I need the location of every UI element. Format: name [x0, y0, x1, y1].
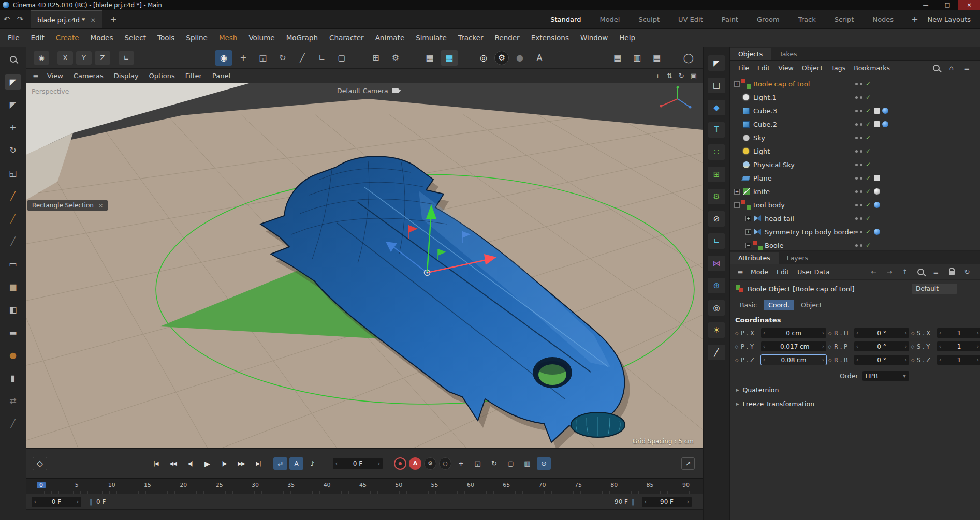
modeling-settings-icon[interactable]: ⚙	[387, 50, 404, 66]
menu-item[interactable]: Help	[613, 34, 641, 42]
tree-row[interactable]: Cube.2 ✓	[730, 117, 980, 131]
viewport-burger-icon[interactable]: ≡	[30, 72, 42, 80]
menu-item[interactable]: Bookmarks	[850, 64, 894, 72]
ruler-tick[interactable]: 25	[216, 482, 223, 488]
ruler-tick[interactable]: 0	[37, 482, 46, 488]
light-icon[interactable]: ☀	[708, 322, 725, 338]
scale-tool-icon[interactable]: ◱	[254, 50, 272, 66]
increment-arrow-icon[interactable]: ›	[903, 330, 909, 336]
tag-chip[interactable]	[874, 229, 880, 235]
menu-item[interactable]: Modes	[85, 34, 119, 42]
play-button[interactable]: ▶	[199, 457, 215, 470]
editor-visibility-dot[interactable]	[855, 177, 858, 180]
field-value[interactable]: 0 °	[860, 356, 903, 364]
orbit-view-icon[interactable]: ↻	[679, 72, 684, 80]
decrement-arrow-icon[interactable]: ‹	[854, 330, 860, 336]
number-input[interactable]: ‹ 0 ° ›	[854, 328, 909, 338]
object-name[interactable]: Boole	[765, 242, 783, 249]
render-visibility-dot[interactable]	[860, 204, 862, 206]
viewport-canvas[interactable]: Perspective Default Camera Rectangle Sel…	[26, 83, 703, 448]
ruler-tick[interactable]: 20	[180, 482, 187, 488]
layout-tab[interactable]: Paint	[722, 16, 738, 23]
enabled-check-icon[interactable]: ✓	[865, 134, 872, 141]
object-name[interactable]: Cube.3	[753, 107, 777, 115]
record-button[interactable]: ●	[394, 457, 406, 470]
increment-arrow-icon[interactable]: ›	[684, 498, 692, 506]
view-mode-label[interactable]: Perspective	[32, 87, 69, 95]
editor-visibility-dot[interactable]	[855, 204, 858, 206]
start-frame-value[interactable]: 0 F	[39, 498, 74, 506]
pen-dim-icon[interactable]: ╱	[5, 233, 21, 249]
attribute-burger-icon[interactable]: ≡	[734, 268, 747, 276]
object-mode-icon[interactable]: ◆	[708, 100, 725, 115]
close-button[interactable]: ×	[958, 0, 980, 10]
ruler-tick[interactable]: 35	[287, 482, 295, 488]
pencil-icon[interactable]: ╱	[5, 415, 21, 431]
number-input[interactable]: ‹ 0 ° ›	[854, 355, 909, 365]
ruler-tick[interactable]: 80	[610, 482, 618, 488]
current-frame-value[interactable]: 0 F	[340, 460, 375, 467]
tag-chip[interactable]	[874, 108, 880, 114]
number-input[interactable]: ‹ -0.017 cm ›	[761, 341, 826, 351]
field-value[interactable]: 0 cm	[767, 330, 820, 337]
burger-icon[interactable]: ≡	[962, 64, 972, 73]
ruler-tick[interactable]: 70	[539, 482, 546, 488]
pencil-icon[interactable]: ╱	[708, 345, 725, 360]
editor-visibility-dot[interactable]	[855, 137, 858, 139]
x-axis-lock-button[interactable]: X	[57, 51, 73, 65]
ruler-tick[interactable]: 40	[324, 482, 331, 488]
tree-row[interactable]: − Boole ✓	[730, 239, 980, 251]
menu-item[interactable]: File	[2, 34, 25, 42]
keying-settings-button[interactable]: ⚙	[424, 457, 436, 470]
increment-arrow-icon[interactable]: ›	[74, 498, 81, 506]
decrement-arrow-icon[interactable]: ‹	[854, 343, 860, 350]
render-visibility-dot[interactable]	[860, 217, 862, 220]
ruler-tick[interactable]: 45	[359, 482, 367, 488]
column-icon[interactable]: ▮	[5, 370, 21, 385]
menu-item[interactable]: Mode	[747, 268, 772, 276]
tag-chip[interactable]	[882, 108, 888, 114]
tree-row[interactable]: Light.1 ✓	[730, 91, 980, 104]
viewport-menu-item[interactable]: Filter	[180, 72, 207, 80]
object-name[interactable]: Sky	[753, 134, 765, 142]
menu-item[interactable]: Tracker	[452, 34, 489, 42]
enabled-check-icon[interactable]: ✓	[865, 161, 872, 168]
viewport-menu-item[interactable]: Panel	[207, 72, 236, 80]
coordinate-system-icon[interactable]: ∟	[119, 51, 134, 65]
enabled-check-icon[interactable]: ✓	[865, 121, 872, 128]
quantize-off-icon[interactable]: ▦	[421, 50, 438, 66]
timeline-end-field[interactable]: ‹ 90 F ›	[642, 497, 692, 507]
next-key-button[interactable]: ▶▶	[233, 457, 249, 470]
menu-item[interactable]: Edit	[25, 34, 50, 42]
object-name[interactable]: Cube.2	[753, 121, 777, 128]
editor-visibility-dot[interactable]	[855, 190, 858, 193]
keyframe-diamond-icon[interactable]: ◇	[734, 331, 739, 336]
record-pla-button[interactable]: ▥	[520, 457, 534, 470]
enable-axis-icon[interactable]: ⊘	[708, 211, 725, 227]
editor-visibility-dot[interactable]	[855, 150, 858, 153]
menu-item[interactable]: Edit	[772, 268, 793, 276]
camera-label[interactable]: Default Camera	[337, 87, 399, 95]
enabled-check-icon[interactable]: ✓	[865, 188, 872, 195]
zoom-tool-icon[interactable]	[5, 51, 21, 67]
tag-chip[interactable]	[874, 202, 880, 208]
preset-dropdown[interactable]: Default	[912, 284, 957, 294]
film-panel-icon-1[interactable]: ▤	[609, 50, 626, 66]
undo-icon[interactable]: ↶	[0, 14, 13, 24]
editor-visibility-dot[interactable]	[855, 231, 858, 233]
tree-row[interactable]: − tool body ✓	[730, 198, 980, 212]
polygons-mode-icon[interactable]: ⚙	[708, 189, 725, 204]
select-tool-icon[interactable]: ◤	[5, 97, 21, 112]
rotate-tool-icon[interactable]: ↻	[274, 50, 291, 66]
menu-item[interactable]: Window	[575, 34, 613, 42]
menu-item[interactable]: Edit	[753, 64, 774, 72]
menu-item[interactable]: Create	[50, 34, 85, 42]
preview-range-start[interactable]: ‖ 0 F	[90, 498, 106, 506]
y-axis-lock-button[interactable]: Y	[76, 51, 92, 65]
menu-item[interactable]: Mesh	[213, 34, 243, 42]
section-tab[interactable]: Basic	[735, 300, 762, 310]
layout-tab[interactable]: Sculpt	[638, 16, 660, 23]
symmetry-icon[interactable]: ⋈	[708, 256, 725, 271]
autokey-button[interactable]: A	[409, 457, 421, 470]
expand-toggle[interactable]: −	[745, 243, 751, 248]
